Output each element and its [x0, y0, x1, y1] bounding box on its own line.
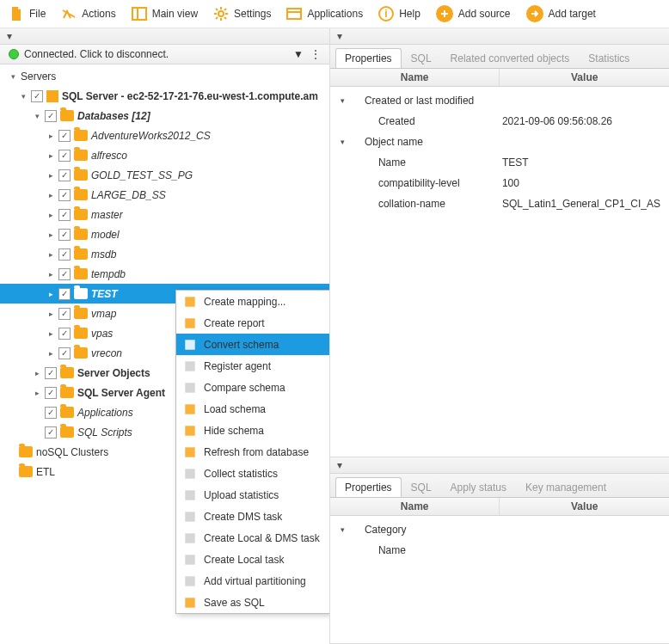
menu-applications[interactable]: Applications — [286, 6, 363, 21]
filter-icon[interactable]: ▼ — [293, 48, 304, 60]
tab-key-management[interactable]: Key management — [516, 477, 616, 497]
add-source-button[interactable]: Add source — [436, 5, 511, 22]
ctx-hide-schema[interactable]: Hide schema — [176, 420, 329, 441]
tab-apply-status[interactable]: Apply status — [441, 477, 516, 497]
svg-rect-11 — [185, 383, 194, 392]
menu-settings[interactable]: Settings — [213, 6, 271, 21]
checkbox[interactable] — [58, 268, 71, 280]
expand-icon[interactable]: ▸ — [46, 310, 55, 318]
add-target-button[interactable]: Add target — [526, 5, 596, 22]
tab-properties[interactable]: Properties — [335, 48, 402, 68]
tab-statistics[interactable]: Statistics — [579, 48, 639, 68]
checkbox[interactable] — [58, 347, 71, 359]
ctx-create-mapping-[interactable]: Create mapping... — [176, 291, 329, 312]
expand-icon[interactable]: ▸ — [46, 230, 55, 239]
options-icon[interactable]: ⋮ — [310, 48, 321, 60]
checkbox[interactable] — [45, 110, 57, 122]
prop-key: compatibility-level — [353, 177, 497, 189]
ctx-refresh-from-database[interactable]: Refresh from database — [176, 441, 329, 463]
checkbox[interactable] — [58, 308, 71, 320]
expand-icon[interactable]: ▾ — [339, 96, 347, 105]
expand-icon[interactable]: ▾ — [19, 92, 28, 101]
checkbox[interactable] — [58, 328, 71, 340]
expand-icon[interactable]: ▸ — [46, 211, 55, 219]
expand-icon[interactable]: ▸ — [46, 329, 55, 338]
menu-file-label: File — [29, 8, 46, 20]
checkbox[interactable] — [45, 426, 57, 439]
tree-node-db-model[interactable]: ▸model — [0, 224, 329, 244]
checkbox[interactable] — [31, 90, 43, 102]
expand-icon[interactable]: ▸ — [46, 132, 55, 140]
menu-item-icon — [183, 295, 197, 309]
connection-status-text[interactable]: Connected. Click to disconnect. — [24, 48, 169, 60]
menu-item-label: Create DMS task — [204, 511, 282, 523]
expand-icon[interactable]: ▸ — [46, 191, 55, 199]
menu-help[interactable]: i Help — [378, 6, 420, 21]
tree-node-db-msdb[interactable]: ▸msdb — [0, 244, 329, 264]
folder-icon — [74, 248, 88, 260]
menu-item-label: Load schema — [204, 403, 266, 415]
svg-point-2 — [218, 11, 224, 16]
expand-icon[interactable]: ▸ — [46, 151, 55, 160]
folder-icon — [19, 446, 33, 457]
prop-row: collation-nameSQL_Latin1_General_CP1_CI_… — [330, 193, 669, 214]
checkbox[interactable] — [58, 209, 71, 221]
tree-node-db-gold_test_ss_pg[interactable]: ▸GOLD_TEST_SS_PG — [0, 165, 329, 185]
left-collapse-strip[interactable]: ▾ — [0, 28, 329, 45]
right-bot-collapse-strip[interactable]: ▾ — [330, 457, 669, 474]
tree-label: master — [91, 209, 123, 221]
menu-main-view[interactable]: Main view — [132, 6, 198, 21]
checkbox[interactable] — [58, 189, 71, 201]
checkbox[interactable] — [45, 367, 57, 379]
ctx-create-report[interactable]: Create report — [176, 312, 329, 334]
expand-icon[interactable]: ▾ — [339, 525, 347, 534]
menu-file[interactable]: File — [9, 6, 46, 21]
checkbox[interactable] — [58, 288, 71, 300]
prop-group[interactable]: ▾Created or last modified — [330, 90, 669, 111]
ctx-save-as-sql[interactable]: Save as SQL — [176, 592, 329, 613]
expand-icon[interactable]: ▸ — [46, 270, 55, 279]
ctx-convert-schema[interactable]: Convert schema — [176, 334, 329, 355]
right-top-collapse-strip[interactable]: ▾ — [330, 28, 669, 45]
checkbox[interactable] — [58, 248, 71, 261]
svg-rect-12 — [185, 404, 194, 414]
tree-node-servers[interactable]: ▾ Servers — [0, 66, 329, 86]
checkbox[interactable] — [58, 130, 71, 142]
menu-item-icon — [183, 531, 197, 545]
tree-node-sqlserver[interactable]: ▾ SQL Server - ec2-52-17-21-76.eu-west-1… — [0, 86, 329, 106]
menu-item-label: Save as SQL — [204, 597, 265, 609]
tree-node-db-adventureworks2012_cs[interactable]: ▸AdventureWorks2012_CS — [0, 126, 329, 145]
expand-icon[interactable]: ▸ — [46, 171, 55, 180]
prop-group[interactable]: ▾Category — [330, 519, 669, 540]
checkbox[interactable] — [58, 169, 71, 181]
checkbox[interactable] — [58, 229, 71, 241]
menu-item-label: Hide schema — [204, 425, 264, 437]
tab-related-converted-objects[interactable]: Related converted objects — [441, 48, 580, 68]
tree-label: Server Objects — [77, 367, 150, 379]
menu-item-icon — [183, 488, 197, 502]
tree-node-db-large_db_ss[interactable]: ▸LARGE_DB_SS — [0, 185, 329, 205]
tree-node-db-alfresco[interactable]: ▸alfresco — [0, 145, 329, 165]
tab-sql[interactable]: SQL — [402, 48, 441, 68]
expand-icon[interactable]: ▸ — [46, 349, 55, 358]
tree-node-databases[interactable]: ▾ Databases [12] — [0, 106, 329, 126]
tree-node-db-tempdb[interactable]: ▸tempdb — [0, 264, 329, 284]
ctx-load-schema[interactable]: Load schema — [176, 398, 329, 420]
expand-icon[interactable]: ▾ — [33, 112, 41, 120]
expand-icon[interactable]: ▾ — [339, 138, 347, 146]
expand-icon[interactable]: ▸ — [33, 389, 41, 397]
checkbox[interactable] — [58, 150, 71, 162]
checkbox[interactable] — [45, 407, 57, 419]
tree-node-db-master[interactable]: ▸master — [0, 205, 329, 224]
expand-icon[interactable]: ▾ — [9, 72, 17, 81]
menu-actions-label: Actions — [82, 8, 115, 20]
checkbox[interactable] — [45, 387, 57, 399]
expand-icon[interactable]: ▸ — [33, 369, 41, 377]
menu-actions[interactable]: Actions — [61, 6, 115, 21]
prop-group[interactable]: ▾Object name — [330, 132, 669, 152]
tab-properties[interactable]: Properties — [335, 477, 402, 497]
expand-icon[interactable]: ▸ — [46, 250, 55, 259]
tab-sql[interactable]: SQL — [402, 477, 441, 497]
tree-label: Databases [12] — [77, 110, 150, 122]
expand-icon[interactable]: ▸ — [46, 290, 55, 298]
